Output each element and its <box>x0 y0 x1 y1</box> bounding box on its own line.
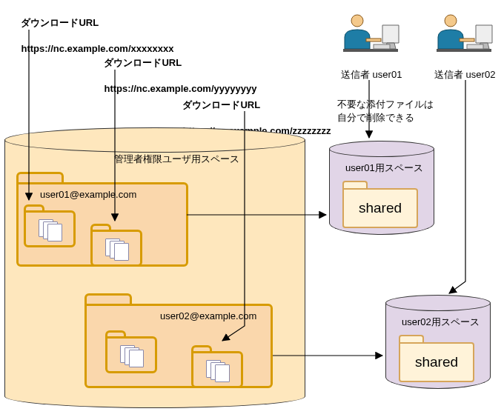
arrow-sender02-to-user02space <box>449 80 465 293</box>
arrows-overlay <box>0 0 504 420</box>
arrow-url3-to-folder <box>222 111 245 341</box>
